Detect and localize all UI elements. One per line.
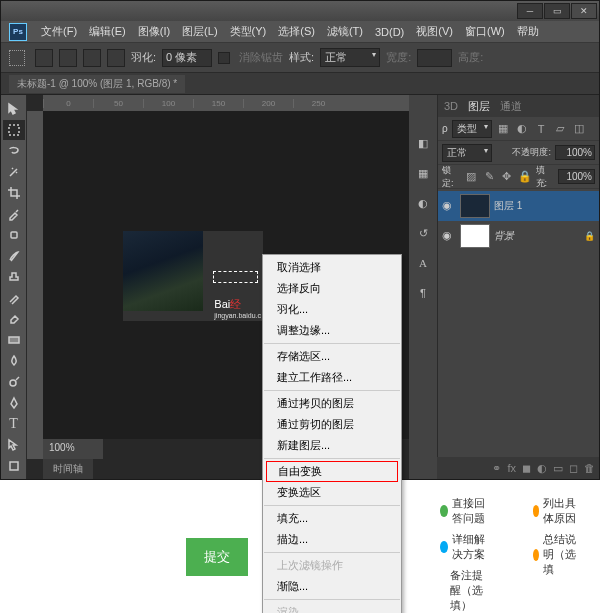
link-icon[interactable]: ⚭ [492,462,501,475]
layers-footer: ⚭ fx ◼ ◐ ▭ ◻ 🗑 [437,457,599,479]
layer-name[interactable]: 图层 1 [494,199,522,213]
lock-paint-icon[interactable]: ✎ [482,169,496,184]
tab-3d[interactable]: 3D [444,100,458,112]
current-tool-icon[interactable] [9,50,25,66]
context-menu-item[interactable]: 变换选区 [263,482,401,503]
menu-type[interactable]: 类型(Y) [224,24,273,39]
context-menu-item[interactable]: 取消选择 [263,257,401,278]
layer-thumbnail[interactable] [460,224,490,248]
intersect-selection-icon[interactable] [107,49,125,67]
adjustment-icon[interactable]: ◐ [537,462,547,475]
marquee-tool[interactable] [3,120,25,140]
gradient-tool[interactable] [3,330,25,350]
adjustments-panel-icon[interactable]: ◐ [414,195,432,211]
context-menu-item[interactable]: 自由变换 [266,461,398,482]
context-menu-item[interactable]: 通过拷贝的图层 [263,393,401,414]
history-brush-tool[interactable] [3,288,25,308]
opacity-input[interactable]: 100% [555,145,595,160]
layer-row[interactable]: ◉ 图层 1 [438,191,599,221]
lock-move-icon[interactable]: ✥ [500,169,514,184]
heal-tool[interactable] [3,225,25,245]
mask-icon[interactable]: ◼ [522,462,531,475]
shape-tool[interactable] [3,456,25,476]
tab-layers[interactable]: 图层 [468,99,490,114]
submit-button[interactable]: 提交 [186,538,248,576]
context-menu-item[interactable]: 通过剪切的图层 [263,414,401,435]
eyedropper-tool[interactable] [3,204,25,224]
filter-shape-icon[interactable]: ▱ [553,121,568,136]
filter-adjust-icon[interactable]: ◐ [515,121,530,136]
document-tab[interactable]: 未标题-1 @ 100% (图层 1, RGB/8) * [9,75,185,93]
context-menu-item[interactable]: 新建图层... [263,435,401,456]
context-menu-item[interactable]: 调整边缘... [263,320,401,341]
document-tabs: 未标题-1 @ 100% (图层 1, RGB/8) * [1,73,599,95]
layer-name[interactable]: 背景 [494,229,514,243]
style-label: 样式: [289,50,314,65]
new-layer-icon[interactable]: ◻ [569,462,578,475]
menu-view[interactable]: 视图(V) [410,24,459,39]
minimize-button[interactable]: ─ [517,3,543,19]
lasso-tool[interactable] [3,141,25,161]
subtract-selection-icon[interactable] [83,49,101,67]
type-tool[interactable]: T [3,414,25,434]
color-panel-icon[interactable]: ◧ [414,135,432,151]
feather-input[interactable]: 0 像素 [162,49,212,67]
menu-image[interactable]: 图像(I) [132,24,176,39]
paragraph-panel-icon[interactable]: ¶ [414,285,432,301]
new-selection-icon[interactable] [35,49,53,67]
antialias-checkbox[interactable] [218,52,230,64]
context-menu-item[interactable]: 描边... [263,529,401,550]
close-button[interactable]: ✕ [571,3,597,19]
context-menu-item[interactable]: 填充... [263,508,401,529]
path-tool[interactable] [3,435,25,455]
menu-file[interactable]: 文件(F) [35,24,83,39]
visibility-icon[interactable]: ◉ [442,199,456,213]
blur-tool[interactable] [3,351,25,371]
width-input[interactable] [417,49,452,67]
visibility-icon[interactable]: ◉ [442,229,456,243]
menu-help[interactable]: 帮助 [511,24,545,39]
context-menu-item[interactable]: 建立工作路径... [263,367,401,388]
style-dropdown[interactable]: 正常 [320,48,380,67]
filter-smart-icon[interactable]: ◫ [572,121,587,136]
tab-channels[interactable]: 通道 [500,99,522,114]
character-panel-icon[interactable]: A [414,255,432,271]
fill-input[interactable]: 100% [558,169,595,184]
filter-type-dropdown[interactable]: 类型 [452,120,492,138]
context-menu-item[interactable]: 渐隐... [263,576,401,597]
stamp-tool[interactable] [3,267,25,287]
context-menu-item[interactable]: 羽化... [263,299,401,320]
menu-filter[interactable]: 滤镜(T) [321,24,369,39]
wand-tool[interactable] [3,162,25,182]
menu-edit[interactable]: 编辑(E) [83,24,132,39]
group-icon[interactable]: ▭ [553,462,563,475]
pen-tool[interactable] [3,393,25,413]
context-menu-item[interactable]: 存储选区... [263,346,401,367]
menu-layer[interactable]: 图层(L) [176,24,223,39]
move-tool[interactable] [3,99,25,119]
context-menu-item[interactable]: 选择反向 [263,278,401,299]
layer-thumbnail[interactable] [460,194,490,218]
menu-window[interactable]: 窗口(W) [459,24,511,39]
zoom-display[interactable]: 100% [43,439,103,459]
lock-icon: 🔒 [584,231,595,241]
filter-pixel-icon[interactable]: ▦ [496,121,511,136]
dodge-tool[interactable] [3,372,25,392]
layer-row[interactable]: ◉ 背景 🔒 [438,221,599,251]
history-panel-icon[interactable]: ↺ [414,225,432,241]
menu-3d[interactable]: 3D(D) [369,26,410,38]
add-selection-icon[interactable] [59,49,77,67]
lock-transparency-icon[interactable]: ▨ [465,169,479,184]
fx-icon[interactable]: fx [507,462,516,474]
maximize-button[interactable]: ▭ [544,3,570,19]
timeline-tab[interactable]: 时间轴 [43,459,93,479]
delete-icon[interactable]: 🗑 [584,462,595,474]
menu-select[interactable]: 选择(S) [272,24,321,39]
filter-type-icon[interactable]: T [534,121,549,136]
eraser-tool[interactable] [3,309,25,329]
lock-all-icon[interactable]: 🔒 [518,169,532,184]
blend-mode-dropdown[interactable]: 正常 [442,144,492,162]
crop-tool[interactable] [3,183,25,203]
swatches-panel-icon[interactable]: ▦ [414,165,432,181]
brush-tool[interactable] [3,246,25,266]
